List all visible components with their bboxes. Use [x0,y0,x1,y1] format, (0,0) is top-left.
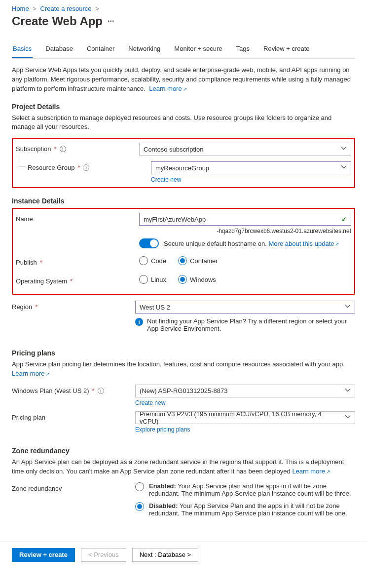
pricing-plan-label: Pricing plan [12,411,135,421]
check-icon: ✓ [341,216,347,223]
resource-group-label: Resource Group* i [28,161,151,171]
tab-networking[interactable]: Networking [127,42,161,58]
resource-group-select[interactable]: myResourceGroup [151,161,351,174]
chevron-down-icon [341,164,347,172]
os-label: Operating System* [16,275,139,285]
external-link-icon: ↗ [45,371,49,377]
tab-tags[interactable]: Tags [235,42,251,58]
region-info: i Not finding your App Service Plan? Try… [135,317,355,332]
os-windows-radio[interactable]: Windows [178,275,216,284]
external-link-icon: ↗ [326,469,330,474]
name-label: Name [16,213,139,223]
subscription-select[interactable]: Contoso subscription [139,143,351,156]
zone-sub: An App Service plan can be deployed as a… [12,458,355,476]
zone-enabled-radio[interactable]: Enabled: Your App Service plan and the a… [135,482,355,497]
zone-learn-more-link[interactable]: Learn more↗ [292,468,330,475]
zone-redundancy-label: Zone redundancy [12,482,135,492]
zone-disabled-radio[interactable]: Disabled: Your App Service Plan and the … [135,502,355,517]
chevron-down-icon [345,387,351,394]
chevron-down-icon [345,304,351,311]
publish-container-radio[interactable]: Container [178,256,218,265]
create-new-rg-link[interactable]: Create new [151,176,181,183]
region-select[interactable]: West US 2 [135,301,355,314]
pricing-heading: Pricing plans [12,349,355,357]
footer-actions: Review + create < Previous Next : Databa… [0,542,367,569]
project-details-sub: Select a subscription to manage deployed… [12,114,355,132]
intro-text: App Service Web Apps lets you quickly bu… [12,66,355,94]
subscription-label: Subscription* i [16,143,139,153]
domain-suffix: -hqazd7g7brcwexb6.westus2-01.azurewebsit… [139,228,351,235]
more-actions-icon[interactable]: ··· [108,17,114,26]
external-link-icon: ↗ [335,241,339,247]
previous-button[interactable]: < Previous [81,548,126,562]
name-input[interactable]: myFirstAzureWebApp ✓ [139,213,351,226]
project-details-heading: Project Details [12,103,355,111]
explore-pricing-link[interactable]: Explore pricing plans [135,426,190,433]
tab-monitor-secure[interactable]: Monitor + secure [173,42,223,58]
region-label: Region* [12,301,135,311]
breadcrumb-home[interactable]: Home [12,5,29,12]
secure-hostname-toggle[interactable] [139,238,159,248]
os-linux-radio[interactable]: Linux [139,275,166,284]
publish-code-radio[interactable]: Code [139,256,166,265]
info-icon[interactable]: i [83,164,89,171]
tabs: Basics Database Container Networking Mon… [12,42,355,59]
chevron-down-icon [345,414,351,421]
tab-review-create[interactable]: Review + create [262,42,311,58]
zone-heading: Zone redundancy [12,447,355,455]
chevron-down-icon [341,146,347,153]
next-button[interactable]: Next : Database > [132,548,198,562]
project-highlight-box: Subscription* i Contoso subscription Res… [12,138,355,188]
page-title: Create Web App ··· [12,14,355,28]
breadcrumb-create-resource[interactable]: Create a resource [40,5,92,12]
pricing-learn-more-link[interactable]: Learn more↗ [12,370,49,377]
create-new-plan-link[interactable]: Create new [135,399,165,406]
review-create-button[interactable]: Review + create [12,548,75,562]
toggle-text: Secure unique default hostname on. More … [164,240,339,247]
info-icon[interactable]: i [98,388,104,394]
intro-learn-more-link[interactable]: Learn more↗ [149,85,186,92]
tab-basics[interactable]: Basics [12,42,33,58]
external-link-icon: ↗ [183,86,187,92]
pricing-plan-select[interactable]: Premium V3 P2V3 (195 minimum ACU/vCPU, 1… [135,411,355,424]
toggle-more-link[interactable]: More about this update↗ [269,240,339,247]
publish-label: Publish* [16,256,139,266]
pricing-sub: App Service plan pricing tier determines… [12,360,355,379]
instance-highlight-box: Name myFirstAzureWebApp ✓ -hqazd7g7brcwe… [12,208,355,295]
info-icon[interactable]: i [60,146,66,152]
breadcrumb: Home > Create a resource > [12,5,355,12]
windows-plan-select[interactable]: (New) ASP-RG01312025-8873 [135,385,355,397]
tab-database[interactable]: Database [44,42,74,58]
info-icon: i [135,318,143,326]
tab-container[interactable]: Container [86,42,115,58]
instance-details-heading: Instance Details [12,197,355,205]
windows-plan-label: Windows Plan (West US 2)* i [12,385,135,394]
